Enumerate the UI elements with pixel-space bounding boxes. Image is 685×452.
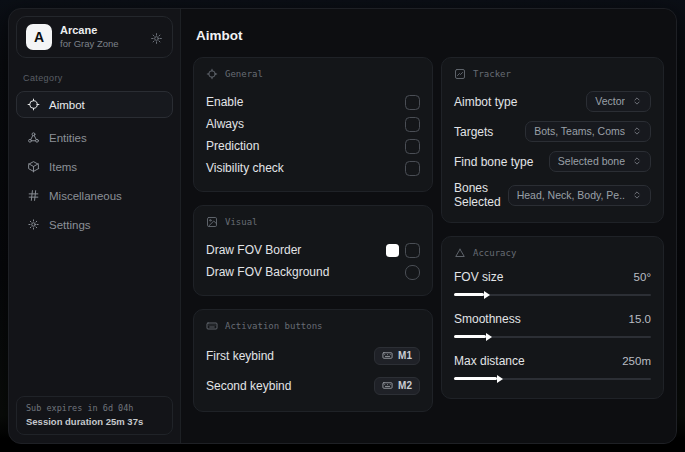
slider-thumb[interactable] xyxy=(486,333,492,341)
setting-row-second-keybind: Second keybind M2 xyxy=(206,373,420,399)
draw-fov-background-checkbox[interactable] xyxy=(405,265,420,280)
box-icon xyxy=(27,160,40,173)
setting-row-find-bone-type: Find bone type Selected bone xyxy=(454,151,651,172)
max-distance-setting: Max distance 250m xyxy=(454,354,651,384)
session-duration-text: Session duration 25m 37s xyxy=(26,416,163,427)
aimbot-type-dropdown[interactable]: Vector xyxy=(586,91,651,112)
section-title: Activation buttons xyxy=(225,321,323,331)
find-bone-type-dropdown[interactable]: Selected bone xyxy=(549,151,651,172)
sub-expiry-text: Sub expires in 6d 04h xyxy=(26,403,163,413)
smoothness-slider[interactable] xyxy=(454,331,651,342)
trend-chart-icon xyxy=(454,68,466,80)
visibility-check-checkbox[interactable] xyxy=(405,161,420,176)
app-logo: A xyxy=(26,24,52,50)
sidebar-item-label: Entities xyxy=(49,132,87,144)
row-label: Prediction xyxy=(206,139,259,153)
sidebar-item-label: Miscellaneous xyxy=(49,190,122,202)
first-keybind-button[interactable]: M1 xyxy=(374,347,420,365)
fov-border-color-swatch[interactable] xyxy=(386,244,399,257)
hash-icon xyxy=(27,189,40,202)
row-label: Second keybind xyxy=(206,379,291,393)
dropdown-value: Bots, Teams, Coms xyxy=(534,125,625,137)
main-panel: Aimbot General Enable Always xyxy=(181,9,676,443)
network-icon xyxy=(27,131,40,144)
keyboard-icon xyxy=(382,350,393,361)
prediction-checkbox[interactable] xyxy=(405,139,420,154)
draw-fov-border-checkbox[interactable] xyxy=(405,243,420,258)
row-label: Aimbot type xyxy=(454,95,517,109)
sidebar: A Arcane for Gray Zone Category Aimbot E… xyxy=(9,9,181,443)
max-distance-value: 250m xyxy=(622,355,651,367)
smoothness-setting: Smoothness 15.0 xyxy=(454,312,651,342)
row-label: Bones Selected xyxy=(454,181,508,209)
sidebar-item-items[interactable]: Items xyxy=(16,153,173,180)
smoothness-value: 15.0 xyxy=(629,313,651,325)
row-label: Draw FOV Border xyxy=(206,243,301,257)
row-label: Find bone type xyxy=(454,155,533,169)
visual-card: Visual Draw FOV Border Draw FOV Backgrou… xyxy=(193,205,433,296)
section-title: Visual xyxy=(225,217,258,227)
setting-row-draw-fov-background: Draw FOV Background xyxy=(206,261,420,283)
sidebar-item-miscellaneous[interactable]: Miscellaneous xyxy=(16,182,173,209)
chevron-up-down-icon xyxy=(632,96,642,106)
brand-subtitle: for Gray Zone xyxy=(60,38,119,49)
setting-row-always: Always xyxy=(206,113,420,135)
dropdown-value: Selected bone xyxy=(558,155,625,167)
row-label: First keybind xyxy=(206,349,274,363)
dropdown-value: Head, Neck, Body, Pe.. xyxy=(517,189,625,201)
accuracy-card: Accuracy FOV size 50° xyxy=(441,236,664,399)
fov-size-slider[interactable] xyxy=(454,289,651,300)
section-title: Tracker xyxy=(473,69,511,79)
brand-card: A Arcane for Gray Zone xyxy=(16,16,173,58)
slider-thumb[interactable] xyxy=(497,375,503,383)
section-title: Accuracy xyxy=(473,248,516,258)
row-label: Targets xyxy=(454,125,493,139)
dropdown-value: Vector xyxy=(595,95,625,107)
chevron-up-down-icon xyxy=(632,126,642,136)
activation-buttons-card: Activation buttons First keybind M1 Seco… xyxy=(193,309,433,412)
fov-size-setting: FOV size 50° xyxy=(454,270,651,300)
sidebar-item-aimbot[interactable]: Aimbot xyxy=(16,91,173,118)
row-label: Smoothness xyxy=(454,312,521,326)
setting-row-targets: Targets Bots, Teams, Coms xyxy=(454,121,651,142)
setting-row-aimbot-type: Aimbot type Vector xyxy=(454,91,651,112)
keybind-value: M2 xyxy=(398,380,412,391)
subscription-info: Sub expires in 6d 04h Session duration 2… xyxy=(16,396,173,435)
sidebar-item-label: Items xyxy=(49,161,77,173)
chevron-up-down-icon xyxy=(632,156,642,166)
brand-title: Arcane xyxy=(60,24,119,37)
row-label: Enable xyxy=(206,95,243,109)
always-checkbox[interactable] xyxy=(405,117,420,132)
gear-icon xyxy=(27,218,40,231)
image-icon xyxy=(206,216,218,228)
setting-row-visibility-check: Visibility check xyxy=(206,157,420,179)
enable-checkbox[interactable] xyxy=(405,95,420,110)
row-label: Always xyxy=(206,117,244,131)
setting-row-draw-fov-border: Draw FOV Border xyxy=(206,239,420,261)
slider-thumb[interactable] xyxy=(484,291,490,299)
category-label: Category xyxy=(23,73,173,83)
sidebar-item-label: Aimbot xyxy=(49,99,85,111)
max-distance-slider[interactable] xyxy=(454,373,651,384)
setting-row-enable: Enable xyxy=(206,91,420,113)
row-label: Draw FOV Background xyxy=(206,265,329,279)
section-title: General xyxy=(225,69,263,79)
keyboard-icon xyxy=(206,320,218,332)
sidebar-item-label: Settings xyxy=(49,219,91,231)
crosshair-icon xyxy=(27,98,40,111)
targets-dropdown[interactable]: Bots, Teams, Coms xyxy=(525,121,651,142)
general-card: General Enable Always Prediction xyxy=(193,57,433,192)
page-title: Aimbot xyxy=(196,28,664,43)
app-window: A Arcane for Gray Zone Category Aimbot E… xyxy=(8,8,677,444)
row-label: Visibility check xyxy=(206,161,284,175)
sidebar-item-settings[interactable]: Settings xyxy=(16,211,173,238)
crosshair-icon xyxy=(206,68,218,80)
sidebar-item-entities[interactable]: Entities xyxy=(16,124,173,151)
gear-icon[interactable] xyxy=(150,31,163,44)
bones-selected-dropdown[interactable]: Head, Neck, Body, Pe.. xyxy=(508,185,651,206)
setting-row-bones-selected: Bones Selected Head, Neck, Body, Pe.. xyxy=(454,181,651,209)
row-label: FOV size xyxy=(454,270,503,284)
second-keybind-button[interactable]: M2 xyxy=(374,377,420,395)
keyboard-icon xyxy=(382,380,393,391)
setting-row-first-keybind: First keybind M1 xyxy=(206,343,420,369)
